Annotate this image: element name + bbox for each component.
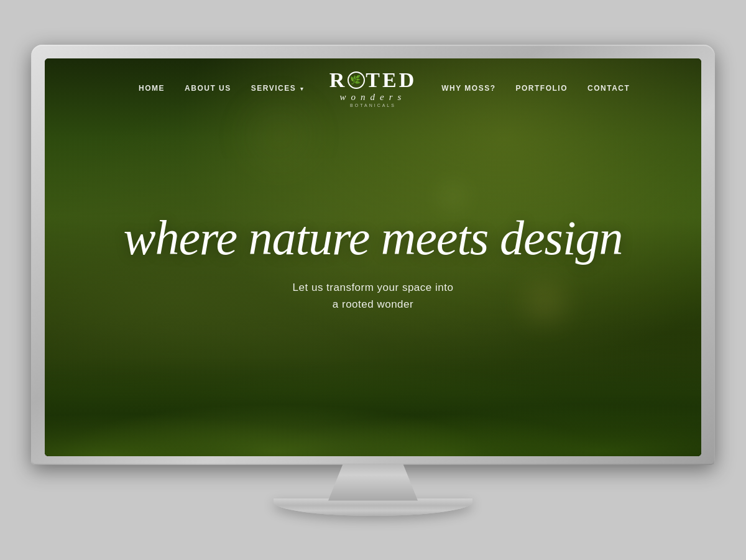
monitor-wrapper: HOME ABOUT US SERVICES ▾ RTED wonders BO… — [31, 45, 715, 516]
moss-bump-5 — [517, 413, 629, 456]
stand-neck — [298, 464, 448, 501]
moss-bump-2 — [176, 413, 313, 456]
screen: HOME ABOUT US SERVICES ▾ RTED wonders BO… — [45, 58, 701, 456]
hero-background: HOME ABOUT US SERVICES ▾ RTED wonders BO… — [45, 58, 701, 456]
logo-botanicals: BOTANICALS — [329, 103, 417, 108]
moss-bump-1 — [78, 413, 190, 456]
hero-headline: where nature meets design — [78, 211, 668, 265]
logo[interactable]: RTED wonders BOTANICALS — [329, 70, 417, 108]
nav-links-right: WHY MOSS? PORTFOLIO CONTACT — [417, 84, 676, 93]
services-dropdown-icon: ▾ — [298, 86, 305, 92]
hero-content: where nature meets design Let us transfo… — [78, 211, 668, 313]
logo-o-circle — [348, 71, 365, 89]
nav-contact[interactable]: CONTACT — [587, 84, 630, 93]
nav-why-moss[interactable]: WHY MOSS? — [441, 84, 495, 93]
logo-sub-name: wonders — [329, 92, 417, 103]
moss-bump-6 — [622, 422, 701, 456]
nav-links-left: HOME ABOUT US SERVICES ▾ — [70, 84, 329, 93]
nav-about[interactable]: ABOUT US — [185, 84, 231, 93]
nav-services[interactable]: SERVICES ▾ — [251, 84, 305, 93]
moss-bump-4 — [406, 413, 530, 456]
hero-subtitle: Let us transform your space into a roote… — [78, 279, 668, 313]
logo-brand-name: RTED — [329, 70, 417, 91]
moss-ground — [45, 351, 701, 456]
moss-bump-3 — [294, 413, 394, 456]
bokeh-light-3 — [434, 178, 471, 215]
monitor-bezel: HOME ABOUT US SERVICES ▾ RTED wonders BO… — [31, 45, 715, 465]
nav-home[interactable]: HOME — [139, 84, 165, 93]
nav-portfolio[interactable]: PORTFOLIO — [516, 84, 568, 93]
stand-base — [274, 498, 472, 516]
navbar: HOME ABOUT US SERVICES ▾ RTED wonders BO… — [45, 58, 701, 119]
monitor-stand — [274, 465, 472, 516]
